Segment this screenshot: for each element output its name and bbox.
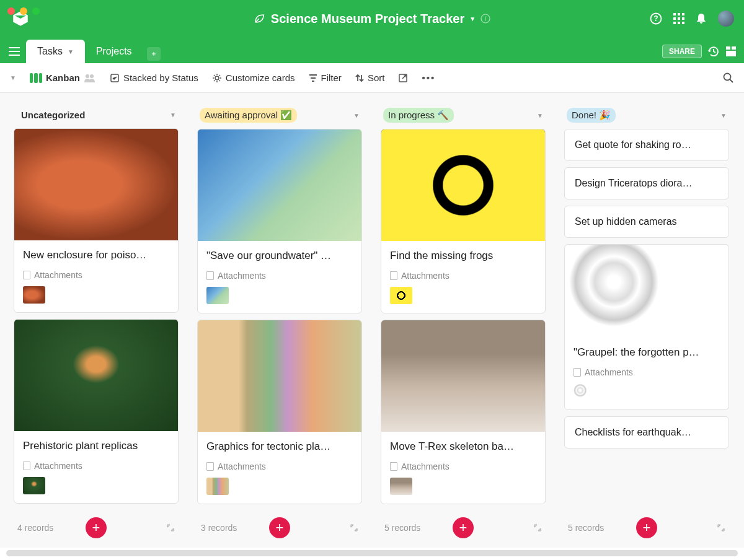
record-count: 5 records — [384, 523, 420, 533]
attachment-thumbnail[interactable] — [574, 383, 596, 401]
collaborators-icon[interactable] — [84, 73, 96, 83]
column-footer: 3 records+ — [192, 517, 367, 539]
column-menu-icon[interactable]: ▼ — [720, 112, 727, 119]
card-cover-image — [565, 245, 728, 338]
apps-grid-icon[interactable] — [673, 13, 684, 24]
info-icon[interactable]: i — [480, 14, 490, 24]
svg-rect-15 — [726, 51, 736, 56]
column-menu-icon[interactable]: ▼ — [537, 112, 543, 119]
add-tab-button[interactable] — [147, 47, 161, 61]
kanban-card[interactable]: Set up hidden cameras — [564, 206, 729, 238]
maximize-window[interactable] — [32, 7, 40, 15]
sort-label: Sort — [368, 72, 385, 83]
add-card-button[interactable]: + — [86, 517, 107, 538]
file-icon — [574, 368, 581, 377]
column-title[interactable]: In progress 🔨 — [383, 108, 454, 123]
column-header: Uncategorized▼ — [9, 102, 184, 128]
column-cards: Get quote for shaking ro…Design Tricerat… — [559, 129, 734, 517]
column-header: In progress 🔨▼ — [376, 102, 551, 129]
column-cards: "Save our groundwater" …AttachmentsGraph… — [192, 129, 367, 517]
expand-column-icon[interactable] — [533, 523, 542, 532]
chevron-down-icon[interactable]: ▼ — [68, 48, 74, 55]
kanban-card[interactable]: Get quote for shaking ro… — [564, 129, 729, 161]
kanban-card[interactable]: Design Triceratops diora… — [564, 167, 729, 199]
kanban-card[interactable]: Graphics for tectonic pla…Attachments — [197, 320, 362, 504]
horizontal-scrollbar[interactable] — [0, 548, 744, 556]
more-options-icon[interactable]: ••• — [422, 72, 435, 83]
attachments-text: Attachments — [585, 367, 633, 377]
attachment-thumbnail[interactable] — [390, 287, 412, 304]
view-switcher[interactable]: Kanban — [30, 72, 96, 83]
svg-point-16 — [86, 74, 89, 78]
customize-label: Customize cards — [226, 72, 295, 83]
help-icon[interactable]: ? — [650, 12, 662, 25]
user-avatar[interactable] — [718, 11, 734, 27]
add-card-button[interactable]: + — [269, 517, 290, 538]
card-title: Move T-Rex skeleton ba… — [390, 440, 536, 453]
column-title[interactable]: Awaiting approval ✅ — [200, 108, 297, 123]
column-menu-icon[interactable]: ▼ — [170, 112, 176, 118]
column-header: Done! 🎉▼ — [559, 102, 734, 129]
kanban-card[interactable]: Checklists for earthquak… — [564, 416, 729, 448]
card-attachments-label: Attachments — [206, 271, 353, 281]
sort-button[interactable]: Sort — [355, 72, 385, 83]
customize-cards-button[interactable]: Customize cards — [212, 72, 295, 83]
record-count: 3 records — [201, 523, 237, 533]
add-card-button[interactable]: + — [453, 517, 474, 538]
kanban-column: In progress 🔨▼Find the missing frogsAtta… — [376, 102, 551, 539]
card-title: "Graupel: the forgotten p… — [574, 346, 720, 359]
history-icon[interactable] — [708, 46, 719, 57]
tab-projects[interactable]: Projects — [85, 40, 143, 63]
menu-icon[interactable] — [9, 47, 20, 56]
card-title: Graphics for tectonic pla… — [206, 440, 353, 453]
card-body: Graphics for tectonic pla…Attachments — [198, 432, 361, 504]
title-dropdown[interactable]: ▼ — [469, 15, 476, 22]
attachment-thumbnail[interactable] — [206, 478, 229, 495]
card-attachments-label: Attachments — [574, 367, 720, 377]
kanban-card[interactable]: Move T-Rex skeleton ba…Attachments — [381, 320, 546, 504]
svg-text:i: i — [485, 15, 487, 22]
attachment-thumbnail[interactable] — [206, 287, 229, 304]
column-footer: 5 records+ — [376, 517, 551, 539]
stacked-by-button[interactable]: Stacked by Status — [110, 72, 198, 83]
record-count: 5 records — [568, 523, 604, 533]
card-title: Checklists for earthquak… — [575, 427, 719, 438]
kanban-card[interactable]: Prehistoric plant replicasAttachments — [14, 319, 179, 504]
search-icon[interactable] — [723, 72, 734, 84]
column-menu-icon[interactable]: ▼ — [353, 112, 360, 119]
svg-point-19 — [215, 76, 219, 80]
add-card-button[interactable]: + — [636, 517, 657, 538]
filter-button[interactable]: Filter — [309, 72, 342, 83]
svg-point-21 — [724, 73, 731, 80]
card-cover-image — [381, 129, 545, 241]
file-icon — [390, 462, 397, 471]
attachment-thumbnail[interactable] — [23, 286, 45, 304]
blocks-icon[interactable] — [725, 46, 737, 57]
attachments-text: Attachments — [218, 462, 266, 471]
expand-column-icon[interactable] — [717, 523, 725, 532]
notifications-icon[interactable] — [696, 12, 707, 25]
attachment-thumbnail[interactable] — [390, 478, 412, 495]
column-footer: 4 records+ — [9, 517, 184, 539]
close-window[interactable] — [7, 7, 15, 15]
filter-label: Filter — [321, 72, 342, 83]
attachments-text: Attachments — [34, 461, 82, 471]
expand-column-icon[interactable] — [350, 523, 358, 532]
share-view-icon[interactable] — [398, 73, 408, 83]
column-cards: Find the missing frogsAttachmentsMove T-… — [376, 129, 551, 517]
tab-tasks[interactable]: Tasks ▼ — [26, 40, 85, 63]
share-button[interactable]: SHARE — [662, 45, 702, 58]
column-title[interactable]: Uncategorized — [16, 108, 90, 122]
column-title[interactable]: Done! 🎉 — [567, 108, 616, 123]
attachments-text: Attachments — [401, 271, 450, 281]
kanban-card[interactable]: "Save our groundwater" …Attachments — [197, 129, 362, 313]
kanban-card[interactable]: Find the missing frogsAttachments — [381, 129, 546, 313]
page-title[interactable]: Science Museum Project Tracker — [271, 12, 464, 26]
kanban-card[interactable]: "Graupel: the forgotten p…Attachments — [564, 244, 729, 410]
expand-column-icon[interactable] — [166, 523, 175, 532]
views-dropdown[interactable]: ▼ — [10, 74, 16, 81]
attachment-thumbnail[interactable] — [23, 477, 45, 494]
minimize-window[interactable] — [20, 7, 27, 15]
kanban-card[interactable]: New enclosure for poiso…Attachments — [14, 128, 179, 313]
file-icon — [23, 271, 30, 279]
